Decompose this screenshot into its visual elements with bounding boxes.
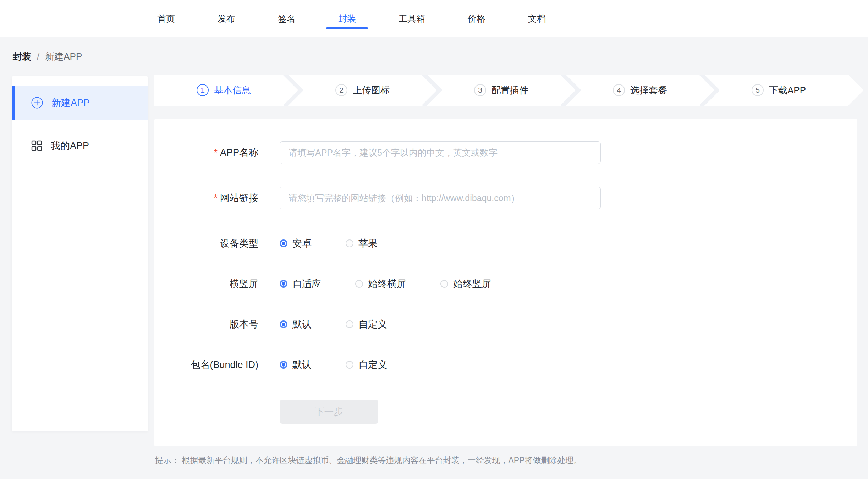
breadcrumb-separator: / bbox=[37, 51, 39, 62]
top-nav: 首页 发布 签名 封装 工具箱 价格 文档 bbox=[0, 0, 868, 37]
sidebar-item-label: 新建APP bbox=[51, 97, 90, 109]
radio-unselected-icon bbox=[346, 320, 353, 328]
plus-circle-icon bbox=[31, 97, 43, 109]
device-type-label: 设备类型 bbox=[154, 237, 258, 250]
chevron-right-icon bbox=[283, 75, 303, 106]
nav-item-packaging[interactable]: 封装 bbox=[338, 0, 356, 37]
main-content: 1 基本信息 2 上传图标 3 配置插件 4 选择套餐 5 下载APP *APP… bbox=[154, 75, 857, 466]
step-number: 3 bbox=[474, 84, 486, 96]
orientation-label: 横竖屏 bbox=[154, 277, 258, 290]
next-step-button[interactable]: 下一步 bbox=[280, 400, 378, 424]
version-label: 版本号 bbox=[154, 318, 258, 331]
step-number: 2 bbox=[335, 84, 347, 96]
radio-ios[interactable]: 苹果 bbox=[346, 237, 378, 250]
wizard-step-upload-icon: 2 上传图标 bbox=[293, 75, 432, 106]
required-asterisk: * bbox=[214, 147, 218, 158]
nav-item-pricing[interactable]: 价格 bbox=[468, 0, 485, 37]
step-wizard: 1 基本信息 2 上传图标 3 配置插件 4 选择套餐 5 下载APP bbox=[154, 75, 848, 106]
wizard-step-select-plan: 4 选择套餐 bbox=[571, 75, 709, 106]
radio-unselected-icon bbox=[440, 280, 448, 288]
bundle-id-label: 包名(Bundle ID) bbox=[154, 358, 258, 371]
radio-version-default[interactable]: 默认 bbox=[280, 318, 312, 331]
nav-item-home[interactable]: 首页 bbox=[157, 0, 175, 37]
breadcrumb: 封装 / 新建APP bbox=[0, 37, 868, 76]
device-type-row: 设备类型 安卓 苹果 bbox=[154, 236, 857, 250]
step-label: 选择套餐 bbox=[630, 84, 667, 97]
radio-selected-icon bbox=[280, 240, 287, 247]
chevron-right-icon bbox=[699, 75, 719, 106]
radio-bundle-custom[interactable]: 自定义 bbox=[346, 358, 387, 371]
breadcrumb-section[interactable]: 封装 bbox=[13, 50, 31, 63]
nav-item-toolbox[interactable]: 工具箱 bbox=[399, 0, 425, 37]
breadcrumb-current: 新建APP bbox=[45, 50, 82, 63]
grid-icon bbox=[31, 140, 42, 151]
radio-android[interactable]: 安卓 bbox=[280, 237, 312, 250]
tip-text: 提示： 根据最新平台规则，不允许区块链虚拟币、金融理财类等违规内容在平台封装，一… bbox=[154, 455, 857, 466]
nav-item-signing[interactable]: 签名 bbox=[278, 0, 296, 37]
sidebar-item-label: 我的APP bbox=[51, 139, 89, 152]
site-url-row: *网站链接 bbox=[154, 187, 857, 209]
chevron-right-icon bbox=[561, 75, 581, 106]
radio-version-custom[interactable]: 自定义 bbox=[346, 318, 387, 331]
radio-bundle-default[interactable]: 默认 bbox=[280, 358, 312, 371]
site-url-label: *网站链接 bbox=[154, 192, 258, 204]
radio-selected-icon bbox=[280, 320, 287, 328]
basic-info-form: *APP名称 *网站链接 设备类型 安卓 苹果 横竖屏 自适应 bbox=[154, 119, 857, 446]
sidebar: 新建APP 我的APP bbox=[12, 76, 148, 431]
chevron-right-icon bbox=[422, 75, 442, 106]
app-name-row: *APP名称 bbox=[154, 141, 857, 164]
version-row: 版本号 默认 自定义 bbox=[154, 317, 857, 331]
step-label: 下载APP bbox=[769, 84, 806, 97]
radio-selected-icon bbox=[280, 280, 287, 288]
header: 首页 发布 签名 封装 工具箱 价格 文档 bbox=[0, 0, 868, 37]
orientation-row: 横竖屏 自适应 始终横屏 始终竖屏 bbox=[154, 277, 857, 291]
bundle-id-row: 包名(Bundle ID) 默认 自定义 bbox=[154, 358, 857, 372]
wizard-step-download-app: 5 下载APP bbox=[709, 75, 848, 106]
step-number: 5 bbox=[752, 84, 764, 96]
nav-item-publish[interactable]: 发布 bbox=[218, 0, 235, 37]
required-asterisk: * bbox=[214, 193, 218, 203]
wizard-arrow-end bbox=[848, 75, 864, 106]
sidebar-item-my-app[interactable]: 我的APP bbox=[12, 128, 148, 163]
step-number: 1 bbox=[197, 84, 209, 96]
radio-unselected-icon bbox=[346, 240, 353, 247]
radio-selected-icon bbox=[280, 361, 287, 369]
step-label: 上传图标 bbox=[353, 84, 390, 97]
step-label: 基本信息 bbox=[214, 84, 251, 97]
radio-unselected-icon bbox=[355, 280, 363, 288]
site-url-input[interactable] bbox=[280, 187, 601, 209]
radio-always-landscape[interactable]: 始终横屏 bbox=[355, 277, 406, 290]
sidebar-item-new-app[interactable]: 新建APP bbox=[12, 86, 148, 120]
radio-adaptive[interactable]: 自适应 bbox=[280, 277, 321, 290]
nav-item-docs[interactable]: 文档 bbox=[528, 0, 546, 37]
step-label: 配置插件 bbox=[491, 84, 528, 97]
wizard-step-basic-info: 1 基本信息 bbox=[154, 75, 293, 106]
app-name-label: *APP名称 bbox=[154, 146, 258, 159]
wizard-step-configure-plugins: 3 配置插件 bbox=[432, 75, 571, 106]
step-number: 4 bbox=[613, 84, 625, 96]
app-name-input[interactable] bbox=[280, 141, 601, 164]
radio-unselected-icon bbox=[346, 361, 353, 369]
radio-always-portrait[interactable]: 始终竖屏 bbox=[440, 277, 491, 290]
